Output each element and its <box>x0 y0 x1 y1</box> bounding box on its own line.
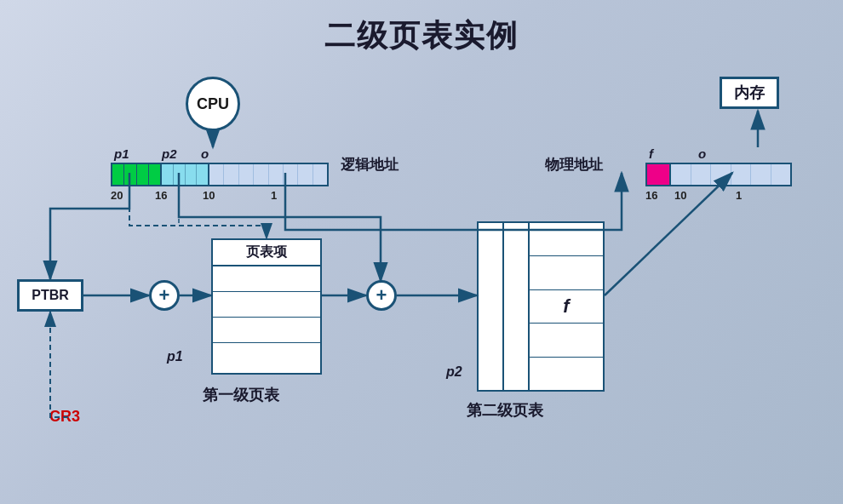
cpu-label: CPU <box>197 95 229 113</box>
logical-address-label: 逻辑地址 <box>341 155 399 175</box>
logical-address-area: p1 p2 o <box>111 146 329 202</box>
level2-page-table: f <box>477 221 605 392</box>
cpu-circle: CPU <box>186 77 240 131</box>
physical-addr-bar <box>645 163 792 186</box>
pt1-row-2 <box>213 292 320 318</box>
arrows-svg <box>0 60 843 494</box>
o-label-top-phys: o <box>673 146 741 161</box>
pt2-row-f: f <box>530 290 603 324</box>
ptbr-label: PTBR <box>32 288 69 303</box>
pt2-row-4 <box>530 324 603 357</box>
plus-circle-1: + <box>149 280 180 311</box>
physical-address-label: 物理地址 <box>545 155 603 175</box>
phys-num-10: 10 <box>668 189 736 202</box>
plus-circle-2: + <box>366 280 397 311</box>
page-title: 二级页表实例 <box>0 0 843 57</box>
plus-symbol-2: + <box>376 284 387 306</box>
plus-symbol-1: + <box>159 284 170 306</box>
cr3-label: CR3 <box>49 408 80 426</box>
p2-label-top: p2 <box>162 146 201 161</box>
pt1-row-4 <box>213 343 320 369</box>
pt1-row-3 <box>213 318 320 343</box>
f-value-label: f <box>563 295 569 318</box>
phys-num-16: 16 <box>645 189 668 202</box>
diagram-container: CPU 内存 p1 p2 o <box>0 60 843 494</box>
num-20: 20 <box>111 189 155 202</box>
p1-label-top: p1 <box>114 146 162 161</box>
phys-num-1: 1 <box>736 189 742 202</box>
pt1-row-1 <box>213 266 320 292</box>
p1-table-label: p1 <box>167 349 183 364</box>
pt2-row-1 <box>530 223 603 256</box>
pt2-row-2 <box>530 256 603 289</box>
memory-box: 内存 <box>720 77 779 109</box>
physical-address-area: f o 16 10 1 <box>645 146 792 202</box>
p2-table-label: p2 <box>446 364 462 380</box>
logical-addr-bar <box>111 163 329 186</box>
memory-label: 内存 <box>734 83 765 103</box>
level2-table-label: 第二级页表 <box>467 400 543 421</box>
num-10: 10 <box>203 189 271 202</box>
page-table-header: 页表项 <box>213 240 320 266</box>
f-label-top: f <box>649 146 673 161</box>
level1-table-label: 第一级页表 <box>203 385 279 405</box>
ptbr-box: PTBR <box>17 279 83 312</box>
o-label-top: o <box>201 146 286 161</box>
num-1: 1 <box>271 189 277 202</box>
num-16: 16 <box>155 189 203 202</box>
pt2-row-5 <box>530 358 603 390</box>
level1-page-table: 页表项 <box>211 238 322 375</box>
